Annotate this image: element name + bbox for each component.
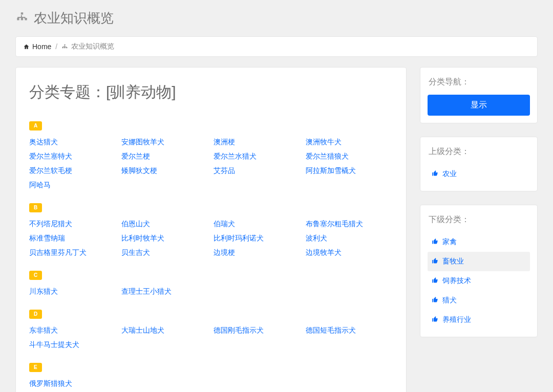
breadcrumb-home[interactable]: Home [23,42,51,51]
home-icon [23,43,30,50]
topic-link[interactable]: 东非猎犬 [29,326,116,335]
topic-link[interactable]: 爱尔兰水猎犬 [214,152,301,161]
topic-link[interactable]: 奥达猎犬 [29,138,116,147]
panel-nav: 分类导航： 显示 [420,67,538,123]
thumbs-up-icon [432,169,438,179]
letter-badge: B [29,203,42,212]
letter-badge: D [29,310,42,319]
thumbs-up-icon [432,315,438,324]
topic-link[interactable]: 边境梗 [214,248,301,257]
letter-section: D东非猎犬大瑞士山地犬德国刚毛指示犬德国短毛指示犬斗牛马士提夫犬 [29,309,393,350]
topic-link[interactable]: 爱尔兰梗 [121,152,208,161]
category-link[interactable]: 家禽 [442,237,457,247]
topic-link[interactable]: 安娜图牧羊犬 [121,138,208,147]
topic-link[interactable]: 川东猎犬 [29,287,116,296]
topic-link[interactable]: 爱尔兰塞特犬 [29,152,116,161]
category-item[interactable]: 农业 [428,164,530,184]
letter-section: A奥达猎犬安娜图牧羊犬澳洲梗澳洲牧牛犬爱尔兰塞特犬爱尔兰梗爱尔兰水猎犬爱尔兰猎狼… [29,120,393,190]
topic-link[interactable]: 不列塔尼猎犬 [29,220,116,229]
topic-link[interactable]: 标准雪纳瑞 [29,234,116,243]
topic-link[interactable]: 布鲁塞尔粗毛猎犬 [306,220,393,229]
letter-badge: A [29,121,42,130]
category-item[interactable]: 饲养技术 [428,271,530,291]
topic-link[interactable]: 比利时玛利诺犬 [214,234,301,243]
breadcrumb-current-label: 农业知识概览 [71,42,114,51]
category-link[interactable]: 农业 [442,169,457,179]
panel-parent: 上级分类： 农业 [420,137,538,191]
page-header: 农业知识概览 [15,0,538,36]
topic-link[interactable]: 比利时牧羊犬 [121,234,208,243]
topic-link[interactable]: 阿拉斯加雪橇犬 [306,166,393,176]
topic-link[interactable]: 斗牛马士提夫犬 [29,340,116,350]
letter-section: E俄罗斯猎狼犬 [29,362,393,388]
link-grid: 奥达猎犬安娜图牧羊犬澳洲梗澳洲牧牛犬爱尔兰塞特犬爱尔兰梗爱尔兰水猎犬爱尔兰猎狼犬… [29,138,393,190]
panel-child: 下级分类： 家禽畜牧业饲养技术猎犬养殖行业 [420,205,538,337]
thumbs-up-icon [432,237,438,247]
thumbs-up-icon [432,276,438,286]
category-item[interactable]: 畜牧业 [428,252,530,271]
panel-parent-title: 上级分类： [428,146,530,157]
sitemap-small-icon [61,43,68,50]
sitemap-icon [15,11,29,26]
page-title: 农业知识概览 [34,9,114,27]
thumbs-up-icon [432,257,438,266]
letter-section: C川东猎犬查理士王小猎犬 [29,270,393,296]
topic-link[interactable]: 澳洲牧牛犬 [306,138,393,147]
panel-child-title: 下级分类： [428,214,530,225]
link-grid: 东非猎犬大瑞士山地犬德国刚毛指示犬德国短毛指示犬斗牛马士提夫犬 [29,326,393,350]
link-grid: 不列塔尼猎犬伯恩山犬伯瑞犬布鲁塞尔粗毛猎犬标准雪纳瑞比利时牧羊犬比利时玛利诺犬波… [29,220,393,257]
topic-link[interactable]: 矮脚狄文梗 [121,166,208,176]
breadcrumb-separator: / [55,42,57,51]
letter-section: B不列塔尼猎犬伯恩山犬伯瑞犬布鲁塞尔粗毛猎犬标准雪纳瑞比利时牧羊犬比利时玛利诺犬… [29,202,393,257]
topic-link[interactable]: 查理士王小猎犬 [121,287,208,296]
category-item[interactable]: 养殖行业 [428,310,530,330]
category-link[interactable]: 猎犬 [442,296,457,305]
topic-link[interactable]: 艾芬品 [214,166,301,176]
topic-link[interactable]: 爱尔兰猎狼犬 [306,152,393,161]
category-link[interactable]: 饲养技术 [442,276,471,286]
panel-nav-title: 分类导航： [428,77,530,88]
topic-heading: 分类专题：[驯养动物] [29,82,393,103]
main-card: 分类专题：[驯养动物] A奥达猎犬安娜图牧羊犬澳洲梗澳洲牧牛犬爱尔兰塞特犬爱尔兰… [15,67,407,392]
link-grid: 俄罗斯猎狼犬 [29,379,393,388]
category-item[interactable]: 猎犬 [428,291,530,310]
topic-link[interactable]: 贝吉格里芬凡丁犬 [29,248,116,257]
topic-link[interactable]: 澳洲梗 [214,138,301,147]
topic-link[interactable]: 边境牧羊犬 [306,248,393,257]
topic-link[interactable]: 德国短毛指示犬 [306,326,393,335]
topic-link[interactable]: 阿哈马 [29,181,116,190]
topic-link[interactable]: 爱尔兰软毛梗 [29,166,116,176]
category-link[interactable]: 畜牧业 [442,257,464,266]
link-grid: 川东猎犬查理士王小猎犬 [29,287,393,296]
thumbs-up-icon [432,296,438,305]
topic-link[interactable]: 伯恩山犬 [121,220,208,229]
topic-link[interactable]: 贝生吉犬 [121,248,208,257]
topic-link[interactable]: 俄罗斯猎狼犬 [29,379,116,388]
breadcrumb-current: 农业知识概览 [61,42,114,51]
topic-link[interactable]: 波利犬 [306,234,393,243]
topic-link[interactable]: 德国刚毛指示犬 [214,326,301,335]
topic-link[interactable]: 大瑞士山地犬 [121,326,208,335]
show-button[interactable]: 显示 [428,95,530,116]
sidebar: 分类导航： 显示 上级分类： 农业 下级分类： 家禽畜牧业饲养技术猎犬养殖行业 [420,67,538,337]
category-link[interactable]: 养殖行业 [442,315,471,324]
breadcrumb-home-label: Home [32,42,51,51]
breadcrumb: Home / 农业知识概览 [15,36,538,57]
letter-badge: C [29,271,42,280]
topic-link[interactable]: 伯瑞犬 [214,220,301,229]
category-item[interactable]: 家禽 [428,232,530,252]
letter-badge: E [29,363,42,372]
